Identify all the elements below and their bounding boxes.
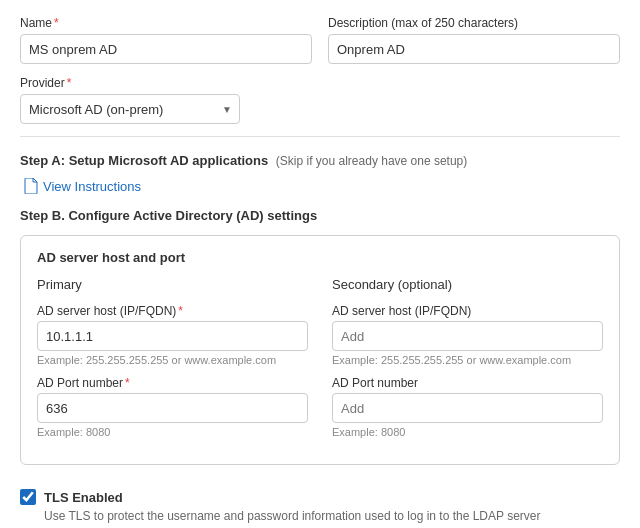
ad-server-section: AD server host and port Primary AD serve… [20,235,620,465]
secondary-port-input[interactable] [332,393,603,423]
secondary-port-group: AD Port number Example: 8080 [332,376,603,438]
divider [20,136,620,137]
primary-port-label: AD Port number* [37,376,308,390]
primary-port-example: Example: 8080 [37,426,308,438]
secondary-column: Secondary (optional) AD server host (IP/… [332,277,603,448]
primary-title: Primary [37,277,308,292]
secondary-host-input[interactable] [332,321,603,351]
view-instructions-link[interactable]: View Instructions [24,178,620,194]
secondary-host-label: AD server host (IP/FQDN) [332,304,603,318]
description-label: Description (max of 250 characters) [328,16,620,30]
tls-description: Use TLS to protect the username and pass… [44,509,620,523]
secondary-port-example: Example: 8080 [332,426,603,438]
step-a-note: (Skip if you already have one setup) [276,154,467,168]
server-columns: Primary AD server host (IP/FQDN)* Exampl… [37,277,603,448]
provider-select-wrapper: Microsoft AD (on-prem) Azure AD Other ▼ [20,94,240,124]
name-input[interactable] [20,34,312,64]
primary-host-label: AD server host (IP/FQDN)* [37,304,308,318]
primary-port-group: AD Port number* Example: 8080 [37,376,308,438]
tls-checkbox[interactable] [20,489,36,505]
secondary-title: Secondary (optional) [332,277,603,292]
primary-host-group: AD server host (IP/FQDN)* Example: 255.2… [37,304,308,366]
primary-port-input[interactable] [37,393,308,423]
step-a-title: Step A: Setup Microsoft AD applications [20,153,268,168]
secondary-host-example: Example: 255.255.255.255 or www.example.… [332,354,603,366]
tls-section: TLS Enabled Use TLS to protect the usern… [20,479,620,527]
section-box-title: AD server host and port [37,250,603,265]
provider-label: Provider* [20,76,240,90]
provider-select[interactable]: Microsoft AD (on-prem) Azure AD Other [20,94,240,124]
name-label: Name* [20,16,312,30]
tls-row: TLS Enabled [20,489,620,505]
step-b-header: Step B. Configure Active Directory (AD) … [20,208,620,223]
view-instructions-label: View Instructions [43,179,141,194]
primary-column: Primary AD server host (IP/FQDN)* Exampl… [37,277,308,448]
secondary-port-label: AD Port number [332,376,603,390]
tls-label: TLS Enabled [44,490,123,505]
primary-host-input[interactable] [37,321,308,351]
step-a-header: Step A: Setup Microsoft AD applications … [20,153,620,168]
secondary-host-group: AD server host (IP/FQDN) Example: 255.25… [332,304,603,366]
description-input[interactable] [328,34,620,64]
primary-host-example: Example: 255.255.255.255 or www.example.… [37,354,308,366]
document-icon [24,178,38,194]
